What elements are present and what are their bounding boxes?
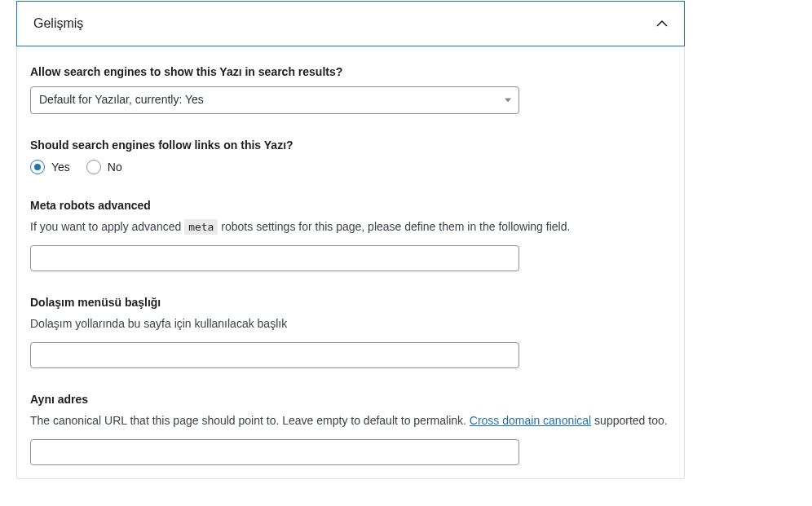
desc-text: The canonical URL that this page should …: [30, 414, 470, 427]
allow-search-label: Allow search engines to show this Yazı i…: [30, 65, 671, 78]
follow-links-no-radio[interactable]: No: [86, 160, 122, 174]
canonical-field: Aynı adres The canonical URL that this p…: [30, 393, 671, 465]
follow-links-label: Should search engines follow links on th…: [30, 139, 671, 152]
meta-code: meta: [184, 219, 218, 235]
meta-robots-label: Meta robots advanced: [30, 199, 671, 212]
panel-title: Gelişmiş: [33, 16, 83, 31]
cross-domain-link[interactable]: Cross domain canonical: [470, 414, 591, 427]
meta-robots-desc: If you want to apply advanced meta robot…: [30, 218, 671, 235]
advanced-panel: Gelişmiş Allow search engines to show th…: [16, 1, 685, 479]
canonical-input[interactable]: [30, 439, 519, 465]
breadcrumb-field: Dolaşım menüsü başlığı Dolaşım yollarınd…: [30, 296, 671, 368]
meta-robots-field: Meta robots advanced If you want to appl…: [30, 199, 671, 271]
allow-search-value: Default for Yazılar, currently: Yes: [30, 86, 519, 114]
desc-text: If you want to apply advanced: [30, 220, 184, 233]
meta-robots-input[interactable]: [30, 245, 519, 271]
canonical-label: Aynı adres: [30, 393, 671, 406]
radio-icon: [30, 160, 45, 174]
chevron-up-icon: [656, 18, 668, 29]
allow-search-field: Allow search engines to show this Yazı i…: [30, 65, 671, 114]
panel-body: Allow search engines to show this Yazı i…: [17, 46, 684, 478]
breadcrumb-label: Dolaşım menüsü başlığı: [30, 296, 671, 309]
follow-links-field: Should search engines follow links on th…: [30, 139, 671, 174]
panel-header[interactable]: Gelişmiş: [16, 1, 685, 46]
breadcrumb-desc: Dolaşım yollarında bu sayfa için kullanı…: [30, 315, 671, 332]
desc-text: robots settings for this page, please de…: [218, 220, 570, 233]
follow-links-yes-radio[interactable]: Yes: [30, 160, 70, 174]
radio-icon: [86, 160, 101, 174]
desc-text: supported too.: [591, 414, 667, 427]
follow-links-radiogroup: Yes No: [30, 160, 671, 174]
breadcrumb-input[interactable]: [30, 342, 519, 368]
canonical-desc: The canonical URL that this page should …: [30, 412, 671, 429]
allow-search-select[interactable]: Default for Yazılar, currently: Yes: [30, 86, 519, 114]
radio-label-yes: Yes: [51, 161, 70, 174]
radio-label-no: No: [108, 161, 122, 174]
